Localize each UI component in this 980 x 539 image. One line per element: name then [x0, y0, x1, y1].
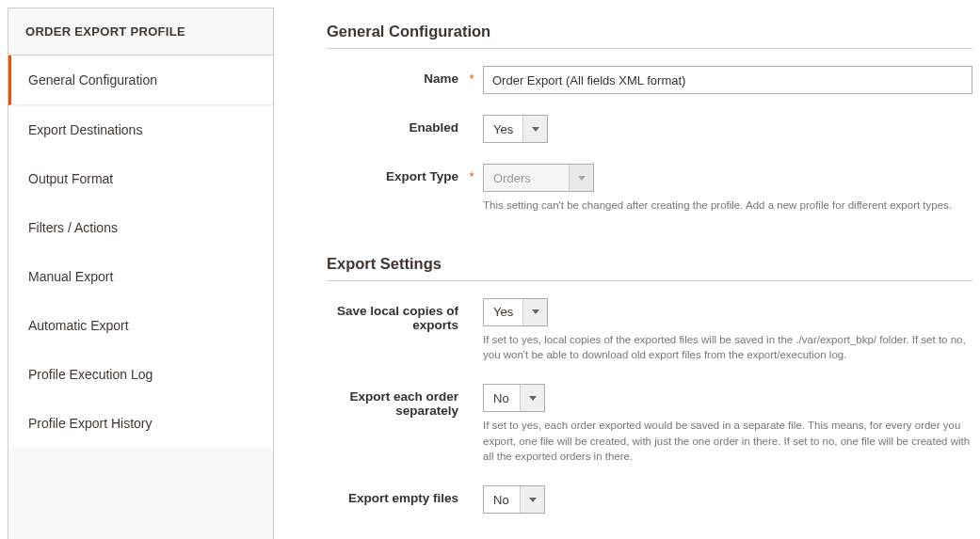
field-export-type-label: Export Type — [327, 164, 466, 183]
field-separate-label: Export each order separately — [327, 384, 466, 418]
sidebar-item-automatic-export[interactable]: Automatic Export — [8, 301, 273, 350]
export-type-select: Orders — [483, 164, 594, 192]
sidebar: ORDER EXPORT PROFILE General Configurati… — [8, 8, 274, 539]
separate-select-button[interactable] — [520, 385, 544, 411]
required-icon: * — [466, 164, 477, 183]
save-local-helper: If set to yes, local copies of the expor… — [483, 332, 972, 363]
export-type-select-value: Orders — [484, 165, 569, 191]
enabled-select-value: Yes — [484, 116, 522, 142]
field-name: Name * — [327, 66, 972, 94]
separate-select[interactable]: No — [483, 384, 545, 412]
name-input[interactable] — [483, 66, 972, 94]
field-save-local: Save local copies of exports Yes If set … — [327, 298, 972, 363]
field-empty-label: Export empty files — [327, 485, 466, 505]
section-title-export-settings: Export Settings — [327, 255, 972, 281]
empty-select-value: No — [484, 486, 520, 513]
chevron-down-icon — [578, 176, 586, 181]
sidebar-item-profile-export-history[interactable]: Profile Export History — [8, 399, 273, 448]
field-enabled-label: Enabled — [327, 115, 466, 135]
separate-helper: If set to yes, each order exported would… — [483, 418, 972, 465]
sidebar-item-output-format[interactable]: Output Format — [8, 154, 273, 203]
save-local-select-value: Yes — [484, 299, 522, 325]
main-panel: General Configuration Name * Enabled Yes… — [274, 0, 980, 539]
chevron-down-icon — [532, 309, 539, 314]
separate-select-value: No — [484, 385, 520, 411]
field-export-type: Export Type * Orders This setting can't … — [327, 164, 972, 214]
field-name-label: Name — [327, 66, 466, 86]
export-type-select-button — [569, 165, 593, 191]
required-icon: * — [466, 66, 477, 86]
sidebar-title: ORDER EXPORT PROFILE — [8, 8, 273, 55]
enabled-select-button[interactable] — [522, 116, 547, 142]
chevron-down-icon — [529, 498, 537, 502]
save-local-select[interactable]: Yes — [483, 298, 548, 326]
empty-select[interactable]: No — [483, 485, 545, 514]
enabled-select[interactable]: Yes — [483, 115, 548, 143]
field-enabled: Enabled Yes — [327, 115, 972, 143]
save-local-select-button[interactable] — [522, 299, 547, 325]
empty-select-button[interactable] — [520, 486, 544, 513]
sidebar-item-manual-export[interactable]: Manual Export — [8, 252, 273, 301]
field-save-local-label: Save local copies of exports — [327, 298, 466, 332]
section-title-general: General Configuration — [327, 23, 972, 49]
field-empty: Export empty files No — [327, 485, 972, 514]
sidebar-item-export-destinations[interactable]: Export Destinations — [8, 105, 273, 154]
field-separate: Export each order separately No If set t… — [327, 384, 972, 465]
export-type-helper: This setting can't be changed after crea… — [483, 198, 972, 214]
sidebar-item-filters-actions[interactable]: Filters / Actions — [8, 203, 273, 252]
sidebar-item-profile-execution-log[interactable]: Profile Execution Log — [8, 350, 273, 399]
sidebar-item-general-configuration[interactable]: General Configuration — [8, 55, 273, 105]
chevron-down-icon — [532, 127, 539, 132]
sidebar-items: General Configuration Export Destination… — [8, 55, 273, 448]
chevron-down-icon — [529, 396, 537, 401]
